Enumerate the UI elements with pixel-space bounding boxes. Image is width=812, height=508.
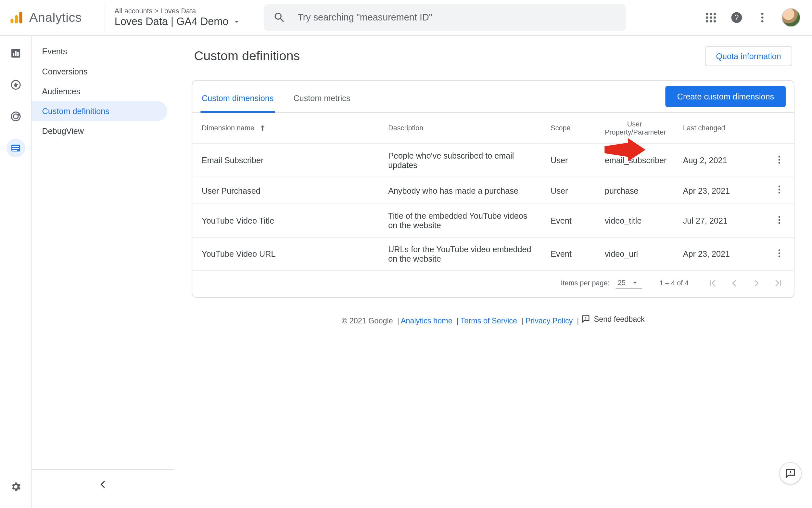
svg-rect-1 — [15, 15, 18, 23]
cell-name: Email Subscriber — [192, 144, 379, 177]
svg-point-22 — [11, 112, 20, 121]
more-vert-icon[interactable] — [756, 11, 769, 24]
analytics-logo-icon — [9, 10, 23, 25]
svg-rect-25 — [12, 146, 19, 147]
cell-parameter: video_title — [595, 204, 674, 237]
search-box[interactable]: Try searching "measurement ID" — [264, 4, 626, 31]
cell-parameter: purchase — [595, 177, 674, 204]
th-scope[interactable]: Scope — [541, 113, 595, 144]
svg-rect-2 — [19, 11, 22, 23]
svg-point-14 — [761, 12, 764, 15]
header-actions: ? — [705, 8, 803, 27]
svg-point-30 — [778, 159, 780, 160]
cell-parameter: email_subscriber — [595, 144, 674, 177]
svg-point-34 — [778, 192, 780, 194]
create-custom-dimensions-button[interactable]: Create custom dimensions — [666, 86, 786, 107]
account-property-name: Loves Data | GA4 Demo — [115, 15, 243, 28]
cell-last-changed: Jul 27, 2021 — [674, 204, 752, 237]
row-actions-icon[interactable] — [774, 154, 784, 164]
svg-point-33 — [778, 189, 780, 190]
cell-actions — [752, 177, 794, 204]
svg-rect-4 — [710, 12, 712, 15]
floating-feedback-button[interactable] — [779, 462, 801, 484]
svg-rect-5 — [714, 12, 716, 15]
rail-reports-icon[interactable] — [6, 44, 25, 63]
svg-point-38 — [778, 249, 780, 251]
footer-link-privacy[interactable]: Privacy Policy — [526, 316, 573, 325]
svg-rect-6 — [706, 16, 708, 18]
logo-area: Analytics — [9, 10, 100, 25]
row-actions-icon[interactable] — [774, 214, 784, 225]
th-last-changed[interactable]: Last changed — [674, 113, 752, 144]
items-per-page-select[interactable]: 25 — [616, 277, 642, 289]
page-header: Custom definitions Quota information — [192, 46, 795, 66]
cell-scope: User — [541, 177, 595, 204]
cell-parameter: video_url — [595, 237, 674, 271]
dropdown-arrow-icon — [232, 16, 241, 26]
sidebar-item-events[interactable]: Events — [32, 42, 167, 61]
search-icon — [273, 11, 286, 24]
help-icon[interactable]: ? — [730, 11, 743, 24]
items-per-page-label: Items per page: — [561, 279, 610, 287]
row-actions-icon[interactable] — [774, 248, 784, 258]
user-avatar[interactable] — [782, 8, 801, 27]
svg-rect-27 — [12, 150, 17, 151]
svg-point-40 — [778, 255, 780, 257]
nav-rail — [0, 36, 32, 508]
definitions-table: Dimension name Description Scope User Pr… — [192, 113, 794, 271]
sidebar-item-debugview[interactable]: DebugView — [32, 121, 167, 141]
copyright: © 2021 Google — [342, 316, 393, 325]
th-description[interactable]: Description — [379, 113, 541, 144]
send-feedback-button[interactable]: Send feedback — [581, 314, 645, 324]
footer: © 2021 Google | Analytics home | Terms o… — [192, 314, 795, 325]
tab-custom-metrics[interactable]: Custom metrics — [292, 85, 351, 113]
table-row: YouTube Video URLURLs for the YouTube vi… — [192, 237, 794, 271]
sidebar: Events Conversions Audiences Custom defi… — [32, 36, 174, 508]
rail-explore-icon[interactable] — [6, 75, 25, 94]
apps-icon[interactable] — [705, 11, 717, 24]
sort-ascending-icon — [256, 124, 267, 132]
svg-point-37 — [778, 222, 780, 224]
last-page-icon[interactable] — [773, 277, 785, 289]
th-user-property-parameter[interactable]: User Property/Parameter — [595, 113, 674, 144]
definitions-card: Custom dimensions Custom metrics Create … — [192, 80, 795, 298]
quota-information-button[interactable]: Quota information — [705, 46, 792, 66]
cell-actions — [752, 144, 794, 177]
tab-custom-dimensions[interactable]: Custom dimensions — [200, 85, 275, 113]
svg-point-39 — [778, 252, 780, 254]
prev-page-icon[interactable] — [728, 277, 740, 289]
account-path: All accounts > Loves Data — [115, 7, 243, 15]
rail-admin-icon[interactable] — [6, 477, 25, 496]
svg-rect-9 — [706, 20, 708, 22]
search-placeholder: Try searching "measurement ID" — [297, 12, 432, 23]
svg-point-16 — [761, 20, 764, 22]
svg-rect-20 — [17, 52, 18, 56]
row-actions-icon[interactable] — [774, 184, 784, 195]
sidebar-item-conversions[interactable]: Conversions — [32, 61, 167, 81]
next-page-icon[interactable] — [751, 277, 762, 289]
feedback-icon — [785, 467, 797, 479]
footer-link-tos[interactable]: Terms of Service — [461, 316, 517, 325]
cell-description: URLs for the YouTube video embedded on t… — [379, 237, 541, 271]
svg-point-35 — [778, 216, 780, 217]
svg-rect-11 — [714, 20, 716, 22]
sidebar-item-audiences[interactable]: Audiences — [32, 81, 167, 101]
footer-link-analytics-home[interactable]: Analytics home — [401, 316, 452, 325]
table-row: Email SubscriberPeople who've subscribed… — [192, 144, 794, 177]
product-name: Analytics — [29, 10, 82, 25]
account-selector[interactable]: All accounts > Loves Data Loves Data | G… — [105, 3, 256, 31]
svg-point-36 — [778, 219, 780, 220]
sidebar-collapse-button[interactable] — [32, 469, 174, 499]
cell-actions — [752, 237, 794, 271]
sidebar-item-custom-definitions[interactable]: Custom definitions — [32, 101, 167, 121]
svg-point-31 — [778, 162, 780, 163]
rail-advertising-icon[interactable] — [6, 107, 25, 126]
cell-last-changed: Aug 2, 2021 — [674, 144, 752, 177]
svg-rect-26 — [12, 148, 19, 149]
svg-point-32 — [778, 185, 780, 187]
feedback-icon — [581, 314, 590, 324]
th-dimension-name[interactable]: Dimension name — [192, 113, 379, 144]
first-page-icon[interactable] — [706, 277, 718, 289]
cell-scope: User — [541, 144, 595, 177]
rail-configure-icon[interactable] — [6, 139, 25, 158]
